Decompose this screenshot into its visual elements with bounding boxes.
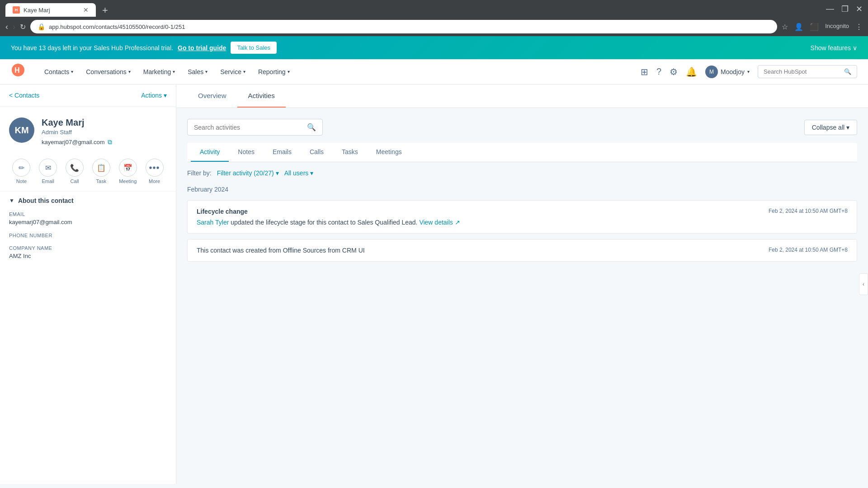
filter-label: Filter by: xyxy=(187,169,212,177)
emails-tab[interactable]: Emails xyxy=(264,143,301,162)
close-button[interactable]: ✕ xyxy=(856,4,863,14)
search-activities[interactable]: 🔍 xyxy=(187,119,323,136)
tab-title: Kaye Marj xyxy=(24,7,50,14)
panel-collapse-button[interactable]: ‹ xyxy=(859,273,868,295)
show-features-button[interactable]: Show features ∨ xyxy=(811,44,857,52)
reload-button[interactable]: ↻ xyxy=(20,23,26,31)
phone-field-group: Phone number xyxy=(9,233,167,238)
view-details-link[interactable]: View details ↗ xyxy=(419,219,460,226)
contact-role: Admin Staff xyxy=(42,129,112,136)
panel-content: 🔍 Collapse all ▾ Activity Notes Emails C… xyxy=(176,108,868,484)
task-button[interactable]: 📋 Task xyxy=(89,159,113,184)
back-to-contacts-link[interactable]: < Contacts xyxy=(9,92,39,99)
menu-item-reporting[interactable]: Reporting▾ xyxy=(252,59,296,84)
menu-item-sales[interactable]: Sales▾ xyxy=(181,59,214,84)
maximize-button[interactable]: ❐ xyxy=(841,4,849,14)
activity-tabs: Activity Notes Emails Calls Tasks Meetin… xyxy=(187,143,857,162)
notes-tab[interactable]: Notes xyxy=(229,143,264,162)
nav-search[interactable]: 🔍 xyxy=(758,65,857,78)
email-field-group: Email kayemarj07@gmail.com xyxy=(9,211,167,225)
more-button[interactable]: ••• More xyxy=(142,159,167,184)
talk-to-sales-button[interactable]: Talk to Sales xyxy=(231,42,277,54)
bookmark-icon[interactable]: ☆ xyxy=(782,23,788,31)
svg-text:H: H xyxy=(14,66,20,74)
phone-field-label: Phone number xyxy=(9,233,167,238)
menu-item-marketing[interactable]: Marketing▾ xyxy=(137,59,181,84)
top-nav: H Contacts▾ Conversations▾ Marketing▾ Sa… xyxy=(0,59,868,84)
contact-created-activity: This contact was created from Offline So… xyxy=(187,239,857,262)
menu-item-contacts[interactable]: Contacts▾ xyxy=(38,59,80,84)
copy-email-icon[interactable]: ⧉ xyxy=(108,138,112,146)
search-submit-icon[interactable]: 🔍 xyxy=(844,68,851,75)
new-tab-button[interactable]: + xyxy=(98,3,113,18)
panel-tab-bar: Overview Activities xyxy=(176,84,868,108)
help-icon[interactable]: ? xyxy=(656,66,661,77)
meetings-tab[interactable]: Meetings xyxy=(367,143,411,162)
overview-tab[interactable]: Overview xyxy=(187,84,237,108)
hubspot-logo[interactable]: H xyxy=(11,63,25,80)
meeting-button[interactable]: 📅 Meeting xyxy=(115,159,140,184)
activity-tab[interactable]: Activity xyxy=(191,143,229,162)
tab-favicon: H xyxy=(13,6,20,14)
lifecycle-activity-body: Sarah Tyler updated the lifecycle stage … xyxy=(197,219,848,226)
contact-name: Kaye Marj xyxy=(42,117,112,128)
contact-email-display: kayemarj07@gmail.com xyxy=(42,139,105,145)
timeline-month: February 2024 xyxy=(187,186,857,193)
contact-created-time: Feb 2, 2024 at 10:50 AM GMT+8 xyxy=(769,247,848,253)
user-name: Moodjoy xyxy=(721,68,745,75)
address-url: app.hubspot.com/contacts/45105500/record… xyxy=(49,23,185,30)
contact-created-body: This contact was created from Offline So… xyxy=(197,247,365,254)
note-button[interactable]: ✏ Note xyxy=(9,159,34,184)
filter-activity-button[interactable]: Filter activity (20/27) ▾ xyxy=(217,169,279,177)
timeline: February 2024 Lifecycle change Feb 2, 20… xyxy=(187,186,857,262)
filter-bar: Filter by: Filter activity (20/27) ▾ All… xyxy=(187,169,857,177)
tasks-tab[interactable]: Tasks xyxy=(333,143,367,162)
lifecycle-change-activity: Lifecycle change Feb 2, 2024 at 10:50 AM… xyxy=(187,200,857,234)
company-field-value: AMZ Inc xyxy=(9,253,167,259)
trial-guide-link[interactable]: Go to trial guide xyxy=(178,44,226,52)
search-activities-icon: 🔍 xyxy=(307,123,316,131)
profile-icon[interactable]: 👤 xyxy=(794,23,803,31)
contact-info: Kaye Marj Admin Staff kayemarj07@gmail.c… xyxy=(42,117,112,146)
collapse-all-button[interactable]: Collapse all ▾ xyxy=(804,120,857,135)
notifications-icon[interactable]: 🔔 xyxy=(686,66,697,77)
back-button[interactable]: ‹ xyxy=(5,22,8,32)
tab-close-icon[interactable]: ✕ xyxy=(83,6,89,14)
apps-icon[interactable]: ⊞ xyxy=(641,66,648,77)
panel-resize-handle[interactable] xyxy=(174,84,176,484)
forward-button[interactable]: › xyxy=(13,22,15,32)
about-header[interactable]: ▼ About this contact xyxy=(9,197,167,204)
search-activities-input[interactable] xyxy=(194,124,303,131)
calls-tab[interactable]: Calls xyxy=(301,143,333,162)
address-bar[interactable]: 🔒 app.hubspot.com/contacts/45105500/reco… xyxy=(30,20,777,33)
extensions-icon[interactable]: ⬛ xyxy=(810,23,819,31)
company-field-group: Company name AMZ Inc xyxy=(9,245,167,259)
menu-item-conversations[interactable]: Conversations▾ xyxy=(80,59,137,84)
email-field-value: kayemarj07@gmail.com xyxy=(9,219,167,225)
call-button[interactable]: 📞 Call xyxy=(62,159,87,184)
avatar: KM xyxy=(9,117,34,143)
activities-tab[interactable]: Activities xyxy=(237,84,286,108)
incognito-label: Incognito xyxy=(825,23,849,31)
sarah-tyler-link[interactable]: Sarah Tyler xyxy=(197,219,229,226)
company-field-label: Company name xyxy=(9,245,167,251)
search-input[interactable] xyxy=(764,68,840,75)
collapse-about-icon: ▼ xyxy=(9,197,14,204)
minimize-button[interactable]: — xyxy=(826,4,834,14)
actions-button[interactable]: Actions ▾ xyxy=(141,92,167,99)
lifecycle-activity-time: Feb 2, 2024 at 10:50 AM GMT+8 xyxy=(769,208,848,214)
email-button[interactable]: ✉ Email xyxy=(36,159,61,184)
browser-tab[interactable]: H Kaye Marj ✕ xyxy=(5,3,96,17)
trial-message: You have 13 days left in your Sales Hub … xyxy=(11,44,173,52)
browser-chrome: H Kaye Marj ✕ + — ❐ ✕ ‹ › ↻ 🔒 app.hubspo… xyxy=(0,0,868,36)
main-menu: Contacts▾ Conversations▾ Marketing▾ Sale… xyxy=(38,59,641,84)
user-badge[interactable]: M Moodjoy ▾ xyxy=(705,66,750,78)
email-field-label: Email xyxy=(9,211,167,217)
settings-icon[interactable]: ⚙ xyxy=(670,66,678,77)
menu-dots-icon[interactable]: ⋮ xyxy=(855,23,863,31)
menu-item-service[interactable]: Service▾ xyxy=(214,59,252,84)
lifecycle-activity-type: Lifecycle change xyxy=(197,208,248,215)
about-section: ▼ About this contact Email kayemarj07@gm… xyxy=(0,191,176,272)
filter-users-button[interactable]: All users ▾ xyxy=(284,169,314,177)
trial-banner: You have 13 days left in your Sales Hub … xyxy=(0,36,868,59)
